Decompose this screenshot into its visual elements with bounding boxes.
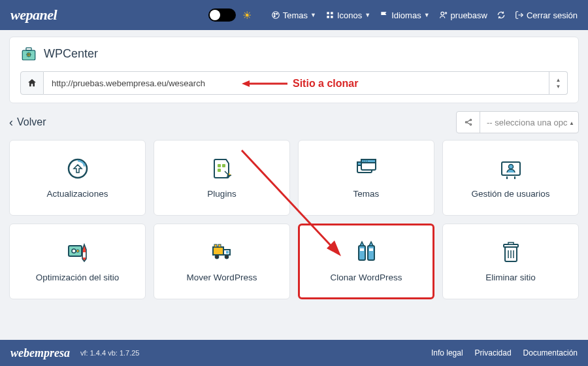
user-icon: [439, 10, 448, 20]
nav-icons[interactable]: Iconos▼: [325, 10, 370, 20]
svg-point-3: [274, 16, 275, 17]
card-user-management[interactable]: Gestión de usuarios: [442, 140, 579, 216]
svg-rect-44: [226, 251, 229, 254]
svg-point-17: [470, 124, 471, 125]
svg-point-38: [76, 250, 79, 252]
plugins-icon: [209, 156, 235, 182]
svg-rect-41: [214, 244, 217, 247]
flag-icon: [380, 10, 389, 20]
themes-icon: [353, 156, 380, 182]
svg-rect-6: [327, 16, 329, 18]
theme-toggle[interactable]: [208, 8, 236, 22]
toolbox-icon: [20, 45, 37, 62]
card-optimization[interactable]: Optimización del sitio: [9, 224, 146, 299]
svg-point-9: [445, 12, 446, 14]
chevron-down-icon: ▼: [310, 12, 316, 18]
nav-user[interactable]: pruebasw: [439, 10, 487, 20]
panel-title: WPCenter: [44, 47, 98, 61]
nav-logout[interactable]: Cerrar sesión: [515, 10, 578, 20]
site-url-dropdown[interactable]: ▲▼: [549, 71, 568, 95]
svg-line-19: [466, 123, 470, 124]
footer-versions: vf: 1.4.4 vb: 1.7.25: [80, 349, 140, 357]
updates-icon: [65, 156, 91, 182]
svg-marker-48: [360, 242, 364, 246]
card-label: Gestión de usuarios: [471, 188, 549, 200]
refresh-icon: [497, 10, 506, 20]
tools-grid: Actualizaciones Plugins Temas Gestión de…: [0, 140, 588, 299]
chevron-down-icon: ▼: [365, 12, 370, 18]
palette-icon: [271, 10, 280, 20]
nav-themes[interactable]: Temas▼: [271, 10, 316, 20]
svg-line-18: [466, 120, 470, 122]
svg-point-15: [465, 122, 466, 123]
card-plugins[interactable]: Plugins: [154, 140, 290, 216]
card-delete-site[interactable]: Eliminar sitio: [442, 224, 579, 299]
footer-docs-link[interactable]: Documentación: [523, 348, 578, 358]
svg-point-1: [274, 13, 275, 14]
svg-point-8: [441, 12, 444, 15]
logout-icon: [515, 10, 524, 20]
svg-rect-49: [360, 248, 364, 251]
action-selector[interactable]: -- selecciona una opc▲▼: [456, 111, 579, 133]
topbar: wepanel ☀ Temas▼ Iconos▼ Idiomas▼ prueba…: [0, 0, 588, 30]
home-icon: [27, 78, 37, 88]
nav-languages-label: Idiomas: [391, 10, 421, 20]
home-button[interactable]: [20, 71, 44, 95]
nav-refresh[interactable]: [497, 10, 506, 20]
svg-rect-24: [218, 169, 221, 172]
svg-point-45: [215, 255, 219, 259]
footer-privacy-link[interactable]: Privacidad: [475, 348, 512, 358]
chevron-left-icon: ‹: [9, 116, 13, 129]
footer: webempresa vf: 1.4.4 vb: 1.7.25 Info leg…: [0, 340, 588, 366]
card-label: Temas: [353, 188, 380, 200]
back-link[interactable]: ‹ Volver: [9, 116, 46, 129]
card-clone-wordpress[interactable]: Clonar WordPress: [298, 224, 434, 299]
footer-brand: webempresa: [10, 346, 70, 360]
optimization-icon: [65, 239, 91, 265]
svg-point-16: [470, 119, 471, 120]
svg-rect-47: [359, 246, 365, 260]
card-label: Clonar WordPress: [330, 272, 402, 284]
nav-themes-label: Temas: [283, 10, 308, 20]
svg-point-30: [365, 161, 366, 162]
svg-rect-23: [222, 164, 225, 167]
svg-rect-55: [508, 242, 514, 244]
card-label: Actualizaciones: [47, 188, 108, 200]
chevron-down-icon: ▼: [424, 12, 430, 18]
truck-icon: [209, 239, 235, 265]
card-label: Optimización del sitio: [36, 272, 120, 284]
svg-rect-22: [218, 164, 221, 167]
card-themes[interactable]: Temas: [298, 140, 434, 216]
site-url-input[interactable]: [44, 71, 549, 95]
svg-point-29: [363, 161, 364, 162]
nav-icons-label: Iconos: [337, 10, 362, 20]
svg-point-46: [225, 255, 229, 259]
card-updates[interactable]: Actualizaciones: [9, 140, 146, 216]
svg-point-33: [508, 165, 513, 169]
svg-rect-39: [83, 252, 86, 258]
svg-rect-11: [26, 48, 31, 50]
wpcenter-panel: WPCenter ▲▼: [9, 37, 579, 103]
grid-icon: [325, 10, 335, 20]
trash-icon: [498, 239, 524, 265]
card-label: Mover WordPress: [187, 272, 257, 284]
card-label: Eliminar sitio: [485, 272, 536, 284]
clone-icon: [353, 239, 380, 265]
svg-rect-5: [331, 12, 333, 14]
svg-marker-51: [369, 242, 373, 246]
svg-rect-4: [327, 12, 329, 14]
footer-legal-link[interactable]: Info legal: [431, 348, 463, 358]
sun-icon: ☀: [242, 9, 252, 22]
nav-user-label: pruebasw: [451, 10, 487, 20]
svg-rect-52: [369, 248, 373, 251]
card-label: Plugins: [207, 188, 236, 200]
nav-languages[interactable]: Idiomas▼: [380, 10, 429, 20]
share-icon: [457, 112, 480, 133]
back-row: ‹ Volver -- selecciona una opc▲▼: [9, 111, 579, 133]
card-move-wordpress[interactable]: Mover WordPress: [154, 224, 290, 299]
svg-point-37: [72, 249, 76, 253]
back-label: Volver: [17, 116, 46, 128]
panel-header: WPCenter: [20, 45, 568, 62]
svg-point-0: [272, 12, 279, 19]
chevron-updown-icon: ▲▼: [569, 120, 574, 127]
